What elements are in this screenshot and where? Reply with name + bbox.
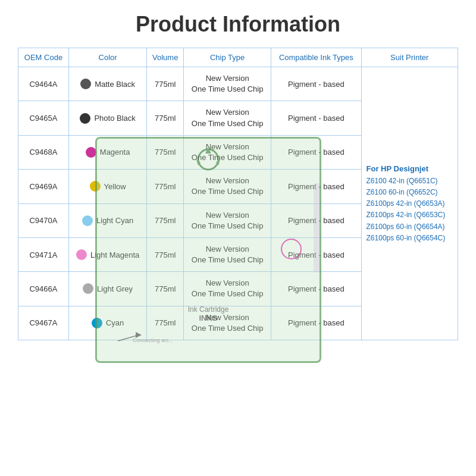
printer-model: Z6100ps 60-in (Q6654A) <box>367 223 445 231</box>
color-dot <box>80 113 90 124</box>
volume: 775ml <box>147 170 184 203</box>
header-printer: Suit Printer <box>361 48 458 67</box>
page: Product Information Ink Cartridge <box>0 0 476 476</box>
volume: 775ml <box>147 306 184 340</box>
color-cell: Cyan <box>68 306 146 340</box>
color-dot <box>92 318 102 328</box>
printer-model: Z6100ps 42-in (Q6653C) <box>367 211 446 219</box>
header-volume: Volume <box>147 48 184 67</box>
color-cell: Matte Black <box>68 67 146 101</box>
color-dot <box>83 283 93 294</box>
color-name: Cyan <box>106 318 124 327</box>
chip-text: New VersionOne Time Used Chip <box>192 176 264 196</box>
printer-model: Z6100ps 60-in (Q6654C) <box>367 234 446 242</box>
ink-type: Pigment - based <box>271 170 361 203</box>
printer-model: Z6100 60-in (Q6652C) <box>367 188 438 196</box>
chip-type: New VersionOne Time Used Chip <box>184 170 271 203</box>
printer-model: Z6100 42-in (Q6651C) <box>367 177 438 185</box>
color-name: Magenta <box>100 148 130 156</box>
chip-text: New VersionOne Time Used Chip <box>192 245 264 264</box>
ink-type: Pigment - based <box>271 237 361 271</box>
color-name: Light Magenta <box>90 250 139 259</box>
for-hp-label: For HP Designjet <box>367 164 429 173</box>
color-cell: Photo Black <box>68 101 146 135</box>
suit-printer: For HP DesignjetZ6100 42-in (Q6651C)Z610… <box>361 67 458 340</box>
table-row: C9464AMatte Black775mlNew VersionOne Tim… <box>18 67 458 101</box>
ink-type: Pigment - based <box>271 135 361 169</box>
header-chip: Chip Type <box>184 48 271 67</box>
printer-model: Z6100ps 42-in (Q6653A) <box>367 199 445 208</box>
chip-type: New VersionOne Time Used Chip <box>184 67 271 101</box>
chip-type: New VersionOne Time Used Chip <box>184 306 271 340</box>
color-name: Light Cyan <box>96 216 133 225</box>
volume: 775ml <box>147 272 184 306</box>
color-dot <box>86 147 96 158</box>
table-container: Ink Cartridge INKS Connecting arc... <box>18 48 458 340</box>
volume: 775ml <box>147 135 184 169</box>
header-color: Color <box>68 48 146 67</box>
table-header-row: OEM Code Color Volume Chip Type Compatib… <box>18 48 458 67</box>
chip-text: New VersionOne Time Used Chip <box>192 142 264 162</box>
color-name: Yellow <box>104 182 126 191</box>
chip-type: New VersionOne Time Used Chip <box>184 135 271 169</box>
chip-text: New VersionOne Time Used Chip <box>192 74 264 93</box>
color-dot <box>80 79 91 89</box>
chip-text: New VersionOne Time Used Chip <box>192 278 264 298</box>
oem-code: C9464A <box>18 67 69 101</box>
color-name: Matte Black <box>95 80 135 89</box>
chip-text: New VersionOne Time Used Chip <box>192 211 264 230</box>
oem-code: C9467A <box>18 306 69 340</box>
oem-code: C9470A <box>18 203 69 237</box>
volume: 775ml <box>147 237 184 271</box>
color-dot <box>90 181 101 192</box>
color-dot <box>82 215 93 226</box>
ink-type: Pigment - based <box>271 67 361 101</box>
oem-code: C9469A <box>18 170 69 203</box>
oem-code: C9466A <box>18 272 69 306</box>
chip-type: New VersionOne Time Used Chip <box>184 101 271 135</box>
ink-type: Pigment - based <box>271 101 361 135</box>
color-name: Photo Black <box>94 114 135 123</box>
oem-code: C9468A <box>18 135 69 169</box>
chip-text: New VersionOne Time Used Chip <box>192 313 264 333</box>
oem-code: C9471A <box>18 237 69 271</box>
header-ink: Compatible Ink Types <box>271 48 361 67</box>
color-cell: Light Cyan <box>68 203 146 237</box>
product-table: OEM Code Color Volume Chip Type Compatib… <box>18 48 458 340</box>
color-cell: Light Grey <box>68 272 146 306</box>
volume: 775ml <box>147 101 184 135</box>
page-title: Product Information <box>18 12 458 37</box>
chip-type: New VersionOne Time Used Chip <box>184 237 271 271</box>
ink-type: Pigment - based <box>271 306 361 340</box>
ink-type: Pigment - based <box>271 203 361 237</box>
color-cell: Yellow <box>68 170 146 203</box>
color-name: Light Grey <box>97 284 133 293</box>
header-oem: OEM Code <box>18 48 69 67</box>
volume: 775ml <box>147 203 184 237</box>
color-cell: Light Magenta <box>68 237 146 271</box>
volume: 775ml <box>147 67 184 101</box>
color-dot <box>76 249 87 260</box>
chip-type: New VersionOne Time Used Chip <box>184 272 271 306</box>
oem-code: C9465A <box>18 101 69 135</box>
chip-text: New VersionOne Time Used Chip <box>192 108 264 127</box>
ink-type: Pigment - based <box>271 272 361 306</box>
color-cell: Magenta <box>68 135 146 169</box>
chip-type: New VersionOne Time Used Chip <box>184 203 271 237</box>
